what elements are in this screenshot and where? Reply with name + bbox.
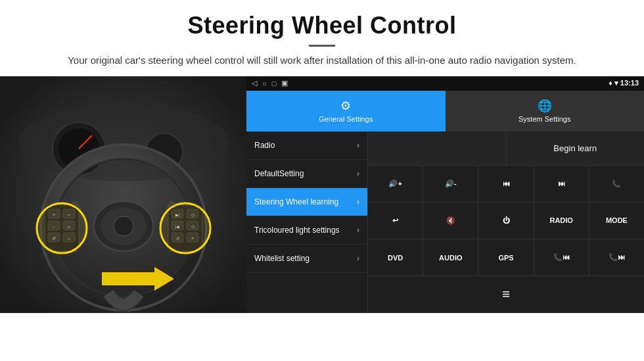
radio-button[interactable]: RADIO <box>534 203 589 239</box>
mode-label: MODE <box>606 216 628 224</box>
gps-label: GPS <box>498 254 513 262</box>
back-icon: ◁ <box>252 79 257 87</box>
chevron-right-icon: › <box>357 141 359 150</box>
steering-wheel-image: + ≈ - ▷ ↺ + ▶| ◇ |◀ ◇ ↺ + <box>0 76 246 313</box>
prev-track-icon: ⏮ <box>503 180 510 187</box>
home-icon: ○ <box>262 80 267 87</box>
next-track-button[interactable]: ⏭ <box>534 166 589 202</box>
volume-up-button[interactable]: 🔊+ <box>368 166 423 202</box>
volume-down-icon: 🔊- <box>445 180 457 188</box>
phone-icon: 📞 <box>612 180 621 188</box>
phone-next-button[interactable]: 📞⏭ <box>589 239 644 276</box>
page-subtitle: Your original car's steering wheel contr… <box>13 53 631 68</box>
dvd-button[interactable]: DVD <box>368 239 423 276</box>
mute-button[interactable]: 🔇 <box>423 203 478 239</box>
control-row-3: DVD AUDIO GPS 📞⏮ 📞⏭ <box>368 239 644 276</box>
dvd-label: DVD <box>388 254 403 262</box>
mute-icon: 🔇 <box>446 216 455 225</box>
title-divider <box>309 45 335 47</box>
phone-prev-icon: 📞⏮ <box>553 253 570 262</box>
hang-up-button[interactable]: ↩ <box>368 203 423 239</box>
right-controls: Begin learn 🔊+ 🔊- ⏮ <box>368 132 644 313</box>
controls-grid: 🔊+ 🔊- ⏮ ⏭ 📞 <box>368 166 644 313</box>
status-bar: ◁ ○ □ ▣ ♦ ▾ 13:13 <box>246 76 644 91</box>
recents-icon: □ <box>272 80 277 87</box>
status-bar-info: ♦ ▾ 13:13 <box>609 79 639 87</box>
phone-prev-button[interactable]: 📞⏮ <box>534 239 589 276</box>
menu-item-radio[interactable]: Radio › <box>246 132 367 160</box>
hang-up-icon: ↩ <box>392 216 398 225</box>
audio-button[interactable]: AUDIO <box>423 239 478 276</box>
menu-default-label: DefaultSetting <box>254 169 304 178</box>
menu-item-steering-wheel[interactable]: Steering Wheel learning › <box>246 188 367 216</box>
menu-item-whitelist[interactable]: Whitelist setting › <box>246 245 367 273</box>
svg-point-40 <box>160 203 210 253</box>
status-bar-nav-icons: ◁ ○ □ ▣ <box>252 79 288 87</box>
menu-tricoloured-label: Tricoloured light settings <box>254 226 340 235</box>
globe-icon: 🌐 <box>538 99 552 113</box>
menu-item-default-setting[interactable]: DefaultSetting › <box>246 160 367 188</box>
control-row-4: ≡ <box>368 276 644 312</box>
android-panel: ◁ ○ □ ▣ ♦ ▾ 13:13 ⚙ General Settings 🌐 S… <box>246 76 644 313</box>
tab-system-label: System Settings <box>518 115 570 123</box>
tab-bar: ⚙ General Settings 🌐 System Settings <box>246 91 644 132</box>
menu-steering-label: Steering Wheel learning <box>254 197 338 206</box>
main-content: + ≈ - ▷ ↺ + ▶| ◇ |◀ ◇ ↺ + <box>0 76 644 313</box>
left-menu: Radio › DefaultSetting › Steering Wheel … <box>246 132 368 313</box>
power-button[interactable]: ⏻ <box>478 203 534 239</box>
prev-track-button[interactable]: ⏮ <box>478 166 534 202</box>
volume-down-button[interactable]: 🔊- <box>423 166 478 202</box>
menu-whitelist-label: Whitelist setting <box>254 254 310 263</box>
tab-system-settings[interactable]: 🌐 System Settings <box>446 91 645 132</box>
key-display-box <box>368 132 507 165</box>
screenshot-icon: ▣ <box>281 79 288 87</box>
phone-button[interactable]: 📞 <box>589 166 644 202</box>
top-action-row: Begin learn <box>368 132 644 166</box>
menu-button[interactable]: ≡ <box>368 276 644 312</box>
svg-point-1 <box>18 103 229 181</box>
power-icon: ⏻ <box>503 216 510 224</box>
begin-learn-button[interactable]: Begin learn <box>507 132 645 165</box>
chevron-right-icon: › <box>357 254 359 263</box>
chevron-right-icon: › <box>357 169 359 178</box>
tab-general-label: General Settings <box>319 115 373 123</box>
next-track-icon: ⏭ <box>558 180 565 187</box>
svg-point-12 <box>114 216 133 236</box>
chevron-right-icon: › <box>357 197 359 206</box>
phone-next-icon: 📞⏭ <box>609 253 625 262</box>
control-row-2: ↩ 🔇 ⏻ RADIO MODE <box>368 203 644 239</box>
page-header: Steering Wheel Control Your original car… <box>0 0 644 76</box>
page-title: Steering Wheel Control <box>13 12 631 39</box>
chevron-right-icon: › <box>357 226 359 235</box>
svg-point-39 <box>37 203 87 253</box>
radio-label: RADIO <box>549 216 572 224</box>
menu-icon: ≡ <box>502 287 510 302</box>
audio-label: AUDIO <box>439 254 462 262</box>
gear-icon: ⚙ <box>340 99 351 113</box>
control-row-1: 🔊+ 🔊- ⏮ ⏭ 📞 <box>368 166 644 203</box>
volume-up-icon: 🔊+ <box>388 180 402 188</box>
gps-icon: ♦ ▾ <box>609 79 620 87</box>
clock: 13:13 <box>620 79 639 87</box>
tab-general-settings[interactable]: ⚙ General Settings <box>246 91 446 132</box>
gps-button[interactable]: GPS <box>478 239 534 276</box>
menu-radio-label: Radio <box>254 141 275 150</box>
settings-content: Radio › DefaultSetting › Steering Wheel … <box>246 132 644 313</box>
mode-button[interactable]: MODE <box>589 203 644 239</box>
menu-item-tricoloured[interactable]: Tricoloured light settings › <box>246 216 367 245</box>
